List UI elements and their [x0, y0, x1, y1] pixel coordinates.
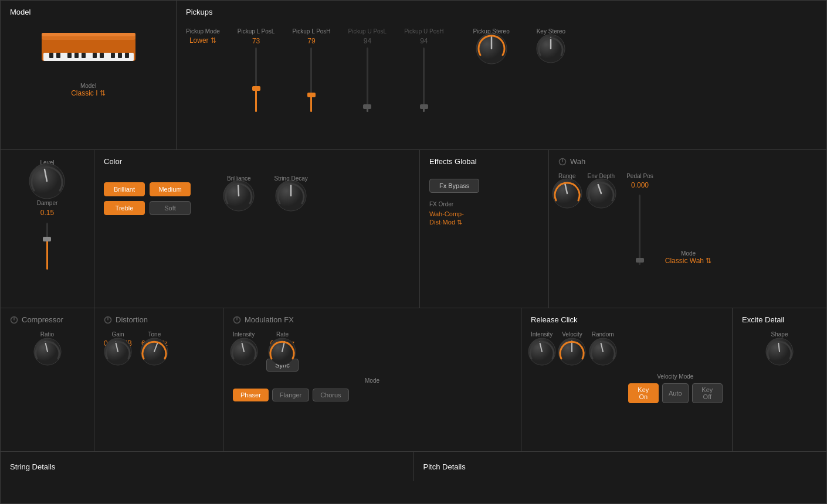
sync-button[interactable]: Sync	[266, 359, 298, 372]
string-details-nav[interactable]: String Details	[1, 452, 414, 481]
damper-section: Damper 0.15	[37, 200, 58, 298]
modulation-power-icon[interactable]	[233, 316, 241, 324]
wah-pedal-pos-label: Pedal Pos	[626, 173, 653, 179]
distortion-title: Distortion	[116, 315, 148, 324]
pickup-l-posl-slider[interactable]	[252, 47, 260, 124]
svg-rect-6	[67, 53, 72, 58]
pickup-l-posh-label: Pickup L PosH	[292, 28, 330, 35]
excite-shape-value: 0.10	[772, 339, 786, 348]
svg-rect-13	[125, 53, 129, 58]
pickup-u-posh-group: Pickup U PosH 94	[404, 28, 443, 124]
brilliant-button[interactable]: Brilliant	[104, 182, 145, 196]
wah-range-group: Range 1.0	[558, 173, 575, 193]
model-label: Model	[80, 83, 96, 89]
power-icon[interactable]	[558, 158, 567, 166]
level-section: Level 0.0 dB	[37, 159, 57, 181]
model-content: Model Classic I ⇅	[10, 22, 167, 142]
wah-mode-value[interactable]: Classic Wah ⇅	[665, 257, 712, 265]
effects-global-panel: Effects Global Fx Bypass FX Order Wah-Co…	[420, 150, 549, 308]
excite-shape-label: Shape	[771, 331, 788, 338]
pitch-details-nav[interactable]: Pitch Details	[414, 452, 827, 481]
release-intensity-group: Intensity 0.00	[531, 331, 553, 352]
fx-section: Compressor Ratio 1.0 :1	[1, 308, 826, 452]
pickups-panel-title: Pickups	[186, 8, 817, 16]
compressor-title: Compressor	[22, 315, 63, 324]
compressor-power-icon[interactable]	[10, 316, 18, 324]
svg-rect-14	[50, 61, 56, 76]
flanger-button[interactable]: Flanger	[272, 389, 309, 401]
svg-rect-15	[121, 61, 127, 76]
medium-button[interactable]: Medium	[150, 182, 191, 196]
damper-slider[interactable]	[43, 223, 51, 270]
release-velocity-group: Velocity 0.50	[562, 331, 582, 352]
svg-rect-8	[82, 53, 86, 58]
mod-rate-section: Rate 0.61 Hz	[266, 331, 298, 372]
pickups-controls: Pickup Mode Lower ⇅ Pickup L PosL 73	[186, 28, 817, 142]
key-stereo-group: Key Stereo 0.05	[537, 28, 565, 49]
wah-pedal-pos-group: Pedal Pos 0.000	[626, 173, 653, 265]
phaser-button[interactable]: Phaser	[233, 389, 269, 401]
distortion-tone-label: Tone	[148, 331, 161, 338]
damper-label: Damper	[37, 200, 58, 206]
release-inner: Intensity 0.00	[531, 331, 723, 403]
pickup-u-posl-label: Pickup U PosL	[348, 28, 387, 35]
chorus-button[interactable]: Chorus	[313, 389, 348, 401]
brilliance-value: -0.06	[231, 183, 247, 192]
bottom-section: String Details Pitch Details	[1, 452, 826, 481]
model-value[interactable]: Classic I ⇅	[71, 89, 106, 97]
treble-button[interactable]: Treble	[104, 201, 145, 215]
wah-title: Wah	[570, 157, 585, 166]
main-container: Model	[0, 0, 827, 504]
wah-header: Wah	[558, 157, 817, 166]
compressor-ratio-group: Ratio 1.0 :1	[10, 331, 84, 352]
damper-value: 0.15	[40, 209, 54, 217]
distortion-tone-group: Tone 6000 Hz	[141, 331, 168, 352]
middle-section: Level 0.0 dB	[1, 150, 826, 308]
fx-order-label: FX Order	[429, 201, 539, 207]
auto-button[interactable]: Auto	[662, 383, 689, 403]
pickup-l-posh-value: 79	[307, 37, 315, 45]
level-panel: Level 0.0 dB	[1, 150, 94, 308]
pickup-l-posl-group: Pickup L PosL 73	[238, 28, 275, 124]
pickup-u-posl-group: Pickup U PosL 94	[348, 28, 387, 124]
svg-rect-4	[49, 53, 53, 58]
model-panel-title: Model	[10, 8, 167, 16]
pickup-u-posl-value: 94	[364, 37, 371, 45]
distortion-gain-group: Gain 0.000 dB	[104, 331, 132, 352]
brilliance-group: Brilliance -0.06	[227, 175, 251, 196]
wah-range-label: Range	[558, 173, 575, 179]
release-random-label: Random	[592, 331, 614, 338]
pickups-panel: Pickups Pickup Mode Lower ⇅ Pickup L Pos…	[177, 1, 826, 149]
release-intensity-label: Intensity	[531, 331, 553, 338]
mod-intensity-group: Intensity 0	[233, 331, 255, 352]
key-off-button[interactable]: Key Off	[692, 383, 723, 403]
string-decay-label: String Decay	[274, 175, 308, 182]
color-panel-title: Color	[104, 157, 410, 166]
pickup-u-posh-slider[interactable]	[420, 47, 428, 124]
string-details-label: String Details	[10, 462, 55, 471]
wah-env-depth-label: Env Depth	[587, 173, 615, 179]
distortion-power-icon[interactable]	[104, 316, 112, 324]
release-velocity-label: Velocity	[562, 331, 582, 338]
wah-pedal-pos-value: 0.000	[631, 181, 649, 189]
soft-button[interactable]: Soft	[150, 201, 191, 215]
pickup-l-posh-group: Pickup L PosH 79	[292, 28, 330, 124]
pickup-mode-value[interactable]: Lower ⇅	[189, 36, 216, 45]
key-on-button[interactable]: Key On	[628, 383, 659, 403]
pickup-mode-label: Pickup Mode	[186, 28, 220, 35]
wah-mode-section: Mode Classic Wah ⇅	[665, 197, 712, 265]
pickup-l-posh-slider[interactable]	[307, 47, 316, 124]
mod-mode-buttons: Phaser Flanger Chorus	[233, 389, 511, 401]
fx-order-value[interactable]: Wah-Comp-Dist-Mod ⇅	[429, 210, 539, 227]
svg-rect-11	[111, 53, 115, 58]
release-random-value: 0.00	[596, 339, 609, 348]
level-label: Level	[40, 159, 55, 166]
key-stereo-value: 0.05	[544, 36, 558, 45]
fx-bypass-button[interactable]: Fx Bypass	[429, 179, 479, 193]
modulation-panel: Modulation FX Intensity 0	[223, 308, 521, 451]
distortion-header: Distortion	[104, 315, 213, 324]
wah-pedal-pos-slider[interactable]	[636, 195, 644, 265]
pickup-u-posl-slider[interactable]	[363, 47, 371, 124]
model-panel: Model	[1, 1, 177, 149]
mod-intensity-label: Intensity	[233, 331, 255, 338]
